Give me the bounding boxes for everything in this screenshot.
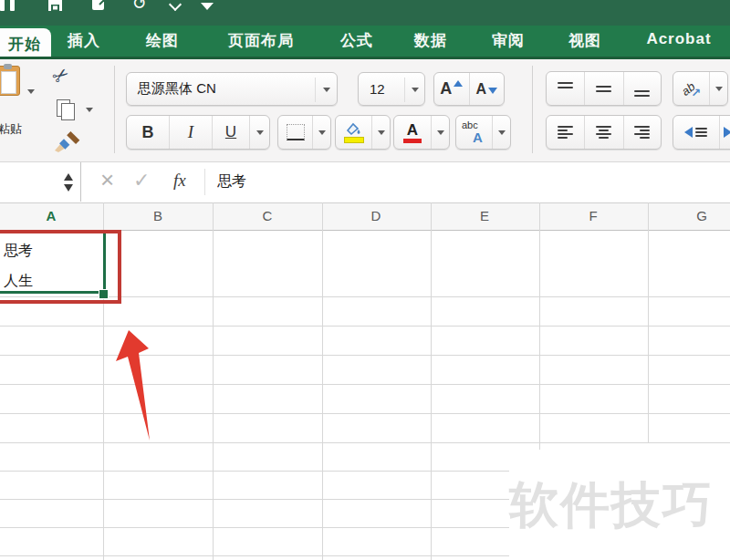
window-icon[interactable]: [0, 0, 15, 15]
tab-data[interactable]: 数据: [414, 30, 447, 51]
tab-formulas[interactable]: 公式: [340, 30, 373, 51]
share-icon[interactable]: [91, 0, 108, 16]
column-header-A[interactable]: A: [47, 208, 57, 223]
orientation-caret-button[interactable]: [710, 72, 727, 105]
paste-caret-icon[interactable]: [27, 89, 35, 94]
column-header-B[interactable]: B: [153, 208, 162, 223]
align-right-button[interactable]: [624, 116, 661, 149]
insert-function-button[interactable]: fx: [173, 171, 186, 191]
cancel-button[interactable]: ×: [100, 166, 114, 194]
tab-draw[interactable]: 绘图: [146, 30, 179, 51]
gridline: [0, 555, 509, 556]
column-header-E[interactable]: E: [480, 208, 489, 223]
name-box-spin-up-icon[interactable]: [64, 173, 73, 181]
decrease-indent-button[interactable]: [673, 116, 720, 149]
brush-icon: [53, 130, 80, 152]
underline-caret-button[interactable]: [250, 116, 269, 149]
annotation-red-box: [0, 230, 121, 304]
title-bar: ↺: [0, 0, 730, 26]
formula-bar: × ✓ fx 思考: [0, 162, 730, 203]
indent-right-arrow-icon: [724, 127, 730, 138]
save-icon[interactable]: [47, 0, 63, 16]
gridline: [213, 202, 214, 560]
gridline: [0, 471, 509, 472]
increase-font-button[interactable]: A: [434, 73, 470, 105]
tab-review[interactable]: 审阅: [492, 30, 525, 51]
text-style-caret-button[interactable]: [493, 116, 510, 149]
paste-button[interactable]: 粘贴: [0, 64, 31, 128]
cut-button[interactable]: ✂: [48, 62, 74, 89]
align-middle-button[interactable]: [585, 72, 623, 105]
underline-button[interactable]: U: [213, 116, 250, 149]
font-name-caret-icon[interactable]: [323, 88, 330, 92]
up-triangle-icon: [454, 80, 463, 87]
gridline: [648, 202, 649, 443]
column-header-F[interactable]: F: [589, 208, 597, 223]
borders-caret-button[interactable]: [313, 116, 330, 149]
group-divider: [532, 66, 533, 153]
grow-letter: A: [440, 79, 452, 99]
name-box-spin-down-icon[interactable]: [64, 184, 73, 192]
borders-button[interactable]: [277, 115, 331, 150]
watermark-text: 软件技巧: [509, 472, 730, 539]
font-name-combobox[interactable]: 思源黑体 CN: [126, 72, 338, 106]
tab-home[interactable]: 开始: [0, 28, 51, 59]
gridline: [322, 202, 323, 560]
underline-label: U: [225, 123, 236, 141]
excel-window: ↺ 插入 绘图 页面布局 公式 数据 审阅 视图 Acrobat 开始 粘贴 ✂: [0, 0, 730, 560]
column-header-row: [0, 202, 730, 231]
italic-button[interactable]: I: [170, 116, 213, 149]
group-divider: [114, 66, 115, 153]
indent-left-arrow-icon: [684, 127, 693, 138]
text-style-button[interactable]: abc A: [455, 115, 511, 150]
align-bottom-button[interactable]: [624, 72, 661, 105]
fill-caret-button[interactable]: [372, 116, 390, 149]
column-header-G[interactable]: G: [696, 208, 707, 223]
font-color-caret-button[interactable]: [432, 116, 449, 149]
clipboard-icon: [0, 66, 20, 96]
font-size-caret-icon[interactable]: [412, 88, 419, 92]
format-painter-button[interactable]: [53, 130, 80, 156]
tab-page-layout[interactable]: 页面布局: [228, 30, 294, 51]
undo-icon[interactable]: ↺: [132, 0, 147, 14]
copy-button[interactable]: [57, 99, 93, 121]
tab-view[interactable]: 视图: [568, 30, 601, 51]
italic-label: I: [188, 122, 193, 142]
bold-italic-underline-group: B I U: [126, 115, 270, 150]
orientation-button[interactable]: ab ↗: [673, 71, 728, 106]
align-top-button[interactable]: [547, 72, 585, 105]
decrease-font-button[interactable]: A: [470, 73, 505, 105]
font-size-combobox[interactable]: 12: [358, 72, 425, 106]
font-color-button[interactable]: A: [393, 115, 450, 150]
column-header-C[interactable]: C: [263, 208, 273, 223]
menu-down-icon[interactable]: [201, 3, 214, 10]
fill-yellow-bar: [344, 137, 364, 143]
tab-home-label: 开始: [1, 34, 41, 55]
gridline: [431, 202, 432, 560]
bold-button[interactable]: B: [127, 116, 170, 149]
confirm-button[interactable]: ✓: [133, 169, 150, 192]
name-box[interactable]: [0, 162, 81, 202]
fill-color-button[interactable]: [335, 115, 391, 150]
align-center-button[interactable]: [585, 116, 623, 149]
align-left-button[interactable]: [547, 116, 585, 149]
gridline: [0, 527, 509, 528]
annotation-red-arrow: [108, 324, 162, 451]
column-header-D[interactable]: D: [371, 208, 381, 223]
font-name-value: 思源黑体 CN: [138, 80, 216, 98]
borders-icon: [287, 124, 305, 140]
font-color-red-bar: [403, 139, 422, 143]
abc-a-label: A: [473, 130, 483, 144]
increase-indent-button[interactable]: [720, 116, 730, 149]
gridline: [0, 499, 509, 500]
formula-input[interactable]: 思考: [217, 172, 246, 192]
vertical-align-group: [546, 71, 662, 106]
font-color-letter: A: [407, 122, 418, 138]
caret-icon[interactable]: [169, 0, 182, 11]
tab-acrobat[interactable]: Acrobat: [646, 30, 711, 48]
indent-group: [673, 115, 730, 150]
tab-insert[interactable]: 插入: [68, 30, 100, 51]
paint-bucket-icon: [345, 122, 363, 136]
copy-caret-icon[interactable]: [86, 108, 93, 112]
ribbon-toolbar: 粘贴 ✂ 思源黑体 CN 12 A: [0, 59, 730, 162]
